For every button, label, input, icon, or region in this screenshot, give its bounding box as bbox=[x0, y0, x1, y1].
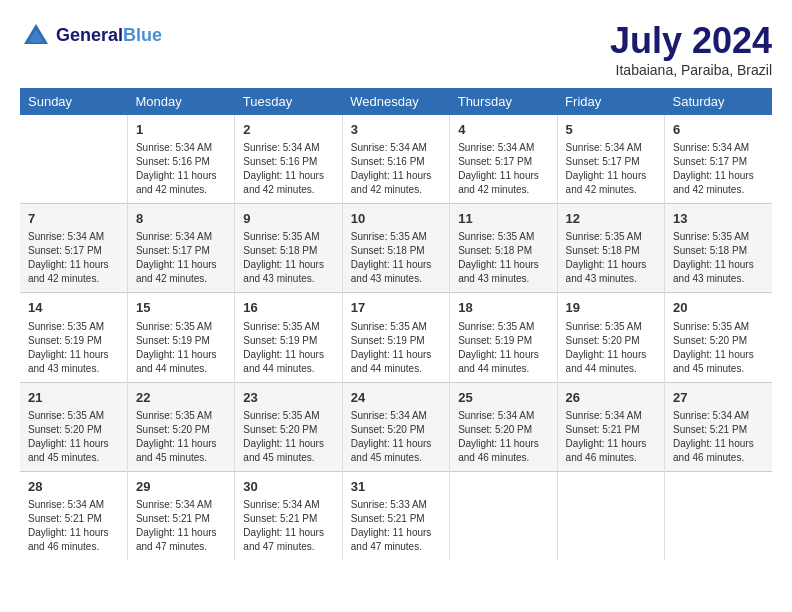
day-number: 20 bbox=[673, 299, 764, 317]
day-number: 4 bbox=[458, 121, 548, 139]
day-number: 7 bbox=[28, 210, 119, 228]
logo-text: GeneralBlue bbox=[56, 26, 162, 46]
day-info: Sunrise: 5:35 AM Sunset: 5:18 PM Dayligh… bbox=[566, 230, 656, 286]
day-info: Sunrise: 5:35 AM Sunset: 5:20 PM Dayligh… bbox=[566, 320, 656, 376]
day-cell: 9Sunrise: 5:35 AM Sunset: 5:18 PM Daylig… bbox=[235, 204, 342, 293]
day-info: Sunrise: 5:35 AM Sunset: 5:20 PM Dayligh… bbox=[136, 409, 226, 465]
day-number: 13 bbox=[673, 210, 764, 228]
day-cell: 26Sunrise: 5:34 AM Sunset: 5:21 PM Dayli… bbox=[557, 382, 664, 471]
week-row-2: 7Sunrise: 5:34 AM Sunset: 5:17 PM Daylig… bbox=[20, 204, 772, 293]
day-number: 12 bbox=[566, 210, 656, 228]
day-number: 2 bbox=[243, 121, 333, 139]
day-cell bbox=[20, 115, 127, 204]
day-number: 6 bbox=[673, 121, 764, 139]
day-cell: 25Sunrise: 5:34 AM Sunset: 5:20 PM Dayli… bbox=[450, 382, 557, 471]
logo: GeneralBlue bbox=[20, 20, 162, 52]
day-cell: 18Sunrise: 5:35 AM Sunset: 5:19 PM Dayli… bbox=[450, 293, 557, 382]
day-info: Sunrise: 5:33 AM Sunset: 5:21 PM Dayligh… bbox=[351, 498, 441, 554]
day-number: 16 bbox=[243, 299, 333, 317]
day-info: Sunrise: 5:35 AM Sunset: 5:20 PM Dayligh… bbox=[673, 320, 764, 376]
day-info: Sunrise: 5:34 AM Sunset: 5:16 PM Dayligh… bbox=[136, 141, 226, 197]
day-cell: 31Sunrise: 5:33 AM Sunset: 5:21 PM Dayli… bbox=[342, 471, 449, 560]
logo-icon bbox=[20, 20, 52, 52]
day-number: 1 bbox=[136, 121, 226, 139]
day-number: 17 bbox=[351, 299, 441, 317]
day-cell: 29Sunrise: 5:34 AM Sunset: 5:21 PM Dayli… bbox=[127, 471, 234, 560]
day-info: Sunrise: 5:35 AM Sunset: 5:19 PM Dayligh… bbox=[243, 320, 333, 376]
day-info: Sunrise: 5:34 AM Sunset: 5:17 PM Dayligh… bbox=[673, 141, 764, 197]
day-number: 31 bbox=[351, 478, 441, 496]
day-info: Sunrise: 5:35 AM Sunset: 5:18 PM Dayligh… bbox=[243, 230, 333, 286]
day-cell: 15Sunrise: 5:35 AM Sunset: 5:19 PM Dayli… bbox=[127, 293, 234, 382]
day-info: Sunrise: 5:34 AM Sunset: 5:21 PM Dayligh… bbox=[566, 409, 656, 465]
day-info: Sunrise: 5:34 AM Sunset: 5:20 PM Dayligh… bbox=[351, 409, 441, 465]
day-cell: 5Sunrise: 5:34 AM Sunset: 5:17 PM Daylig… bbox=[557, 115, 664, 204]
day-cell: 14Sunrise: 5:35 AM Sunset: 5:19 PM Dayli… bbox=[20, 293, 127, 382]
day-info: Sunrise: 5:35 AM Sunset: 5:19 PM Dayligh… bbox=[28, 320, 119, 376]
day-cell: 23Sunrise: 5:35 AM Sunset: 5:20 PM Dayli… bbox=[235, 382, 342, 471]
day-cell: 12Sunrise: 5:35 AM Sunset: 5:18 PM Dayli… bbox=[557, 204, 664, 293]
day-info: Sunrise: 5:34 AM Sunset: 5:16 PM Dayligh… bbox=[243, 141, 333, 197]
day-number: 22 bbox=[136, 389, 226, 407]
col-header-wednesday: Wednesday bbox=[342, 88, 449, 115]
page-header: GeneralBlue July 2024 Itabaiana, Paraiba… bbox=[20, 20, 772, 78]
col-header-tuesday: Tuesday bbox=[235, 88, 342, 115]
day-info: Sunrise: 5:35 AM Sunset: 5:18 PM Dayligh… bbox=[673, 230, 764, 286]
col-header-sunday: Sunday bbox=[20, 88, 127, 115]
day-cell: 11Sunrise: 5:35 AM Sunset: 5:18 PM Dayli… bbox=[450, 204, 557, 293]
col-header-saturday: Saturday bbox=[665, 88, 772, 115]
day-cell: 7Sunrise: 5:34 AM Sunset: 5:17 PM Daylig… bbox=[20, 204, 127, 293]
col-header-thursday: Thursday bbox=[450, 88, 557, 115]
day-cell bbox=[450, 471, 557, 560]
day-number: 21 bbox=[28, 389, 119, 407]
col-header-friday: Friday bbox=[557, 88, 664, 115]
day-cell: 19Sunrise: 5:35 AM Sunset: 5:20 PM Dayli… bbox=[557, 293, 664, 382]
day-info: Sunrise: 5:35 AM Sunset: 5:18 PM Dayligh… bbox=[351, 230, 441, 286]
title-block: July 2024 Itabaiana, Paraiba, Brazil bbox=[610, 20, 772, 78]
day-info: Sunrise: 5:34 AM Sunset: 5:17 PM Dayligh… bbox=[458, 141, 548, 197]
col-header-monday: Monday bbox=[127, 88, 234, 115]
day-info: Sunrise: 5:35 AM Sunset: 5:19 PM Dayligh… bbox=[458, 320, 548, 376]
day-info: Sunrise: 5:34 AM Sunset: 5:16 PM Dayligh… bbox=[351, 141, 441, 197]
day-number: 27 bbox=[673, 389, 764, 407]
day-info: Sunrise: 5:34 AM Sunset: 5:21 PM Dayligh… bbox=[136, 498, 226, 554]
day-number: 19 bbox=[566, 299, 656, 317]
day-info: Sunrise: 5:34 AM Sunset: 5:17 PM Dayligh… bbox=[566, 141, 656, 197]
day-number: 29 bbox=[136, 478, 226, 496]
day-cell: 22Sunrise: 5:35 AM Sunset: 5:20 PM Dayli… bbox=[127, 382, 234, 471]
day-info: Sunrise: 5:35 AM Sunset: 5:18 PM Dayligh… bbox=[458, 230, 548, 286]
day-cell bbox=[557, 471, 664, 560]
day-number: 3 bbox=[351, 121, 441, 139]
calendar-table: SundayMondayTuesdayWednesdayThursdayFrid… bbox=[20, 88, 772, 560]
day-number: 5 bbox=[566, 121, 656, 139]
day-cell: 20Sunrise: 5:35 AM Sunset: 5:20 PM Dayli… bbox=[665, 293, 772, 382]
day-number: 25 bbox=[458, 389, 548, 407]
day-cell: 17Sunrise: 5:35 AM Sunset: 5:19 PM Dayli… bbox=[342, 293, 449, 382]
day-cell: 24Sunrise: 5:34 AM Sunset: 5:20 PM Dayli… bbox=[342, 382, 449, 471]
day-number: 15 bbox=[136, 299, 226, 317]
day-info: Sunrise: 5:34 AM Sunset: 5:17 PM Dayligh… bbox=[28, 230, 119, 286]
day-info: Sunrise: 5:35 AM Sunset: 5:20 PM Dayligh… bbox=[28, 409, 119, 465]
day-cell: 8Sunrise: 5:34 AM Sunset: 5:17 PM Daylig… bbox=[127, 204, 234, 293]
day-cell: 6Sunrise: 5:34 AM Sunset: 5:17 PM Daylig… bbox=[665, 115, 772, 204]
day-number: 9 bbox=[243, 210, 333, 228]
location: Itabaiana, Paraiba, Brazil bbox=[610, 62, 772, 78]
week-row-3: 14Sunrise: 5:35 AM Sunset: 5:19 PM Dayli… bbox=[20, 293, 772, 382]
day-number: 26 bbox=[566, 389, 656, 407]
day-number: 24 bbox=[351, 389, 441, 407]
day-number: 28 bbox=[28, 478, 119, 496]
day-cell: 1Sunrise: 5:34 AM Sunset: 5:16 PM Daylig… bbox=[127, 115, 234, 204]
day-cell: 30Sunrise: 5:34 AM Sunset: 5:21 PM Dayli… bbox=[235, 471, 342, 560]
day-info: Sunrise: 5:35 AM Sunset: 5:20 PM Dayligh… bbox=[243, 409, 333, 465]
day-info: Sunrise: 5:34 AM Sunset: 5:21 PM Dayligh… bbox=[28, 498, 119, 554]
day-cell bbox=[665, 471, 772, 560]
day-info: Sunrise: 5:34 AM Sunset: 5:21 PM Dayligh… bbox=[243, 498, 333, 554]
day-cell: 10Sunrise: 5:35 AM Sunset: 5:18 PM Dayli… bbox=[342, 204, 449, 293]
month-title: July 2024 bbox=[610, 20, 772, 62]
day-cell: 2Sunrise: 5:34 AM Sunset: 5:16 PM Daylig… bbox=[235, 115, 342, 204]
day-number: 30 bbox=[243, 478, 333, 496]
day-info: Sunrise: 5:34 AM Sunset: 5:21 PM Dayligh… bbox=[673, 409, 764, 465]
day-number: 14 bbox=[28, 299, 119, 317]
week-row-1: 1Sunrise: 5:34 AM Sunset: 5:16 PM Daylig… bbox=[20, 115, 772, 204]
day-number: 18 bbox=[458, 299, 548, 317]
